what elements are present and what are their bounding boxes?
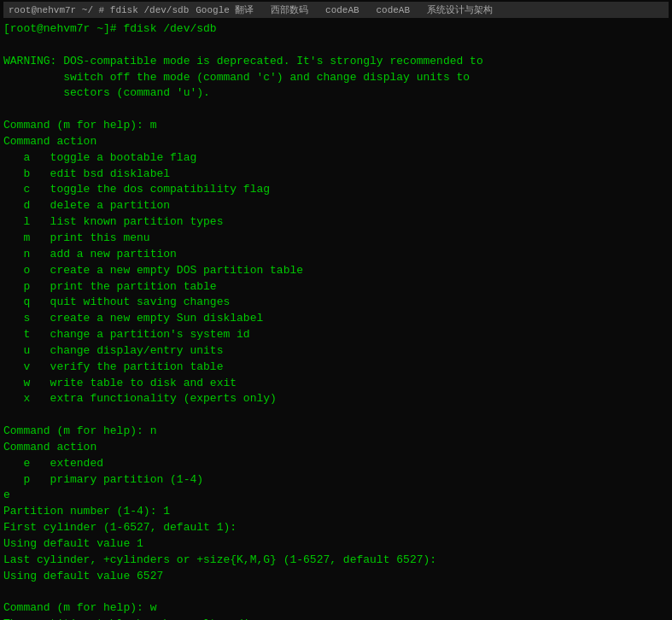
terminal-line: sectors (command 'u'). <box>3 85 669 102</box>
terminal-line: WARNING: DOS-compatible mode is deprecat… <box>3 54 669 70</box>
terminal-line: q quit without saving changes <box>3 295 669 311</box>
terminal-line: p primary partition (1-4) <box>3 472 669 488</box>
terminal-line <box>3 407 669 424</box>
browser-bar: root@nehvm7r ~/ # fdisk /dev/sdb Google … <box>3 2 669 18</box>
terminal-line: m print this menu <box>3 231 669 247</box>
terminal-line: Last cylinder, +cylinders or +size{K,M,G… <box>3 553 669 569</box>
terminal-line <box>3 102 669 118</box>
terminal-line: v verify the partition table <box>3 360 669 376</box>
terminal-line: Using default value 1 <box>3 536 669 553</box>
terminal-line: e extended <box>3 456 669 472</box>
terminal-line: Using default value 6527 <box>3 569 669 585</box>
terminal-line: b edit bsd disklabel <box>3 167 669 183</box>
terminal-line <box>3 38 669 54</box>
terminal-line: d delete a partition <box>3 198 669 214</box>
terminal-line: a toggle a bootable flag <box>3 150 669 167</box>
terminal-line: The partition table has been altered! <box>3 617 669 620</box>
terminal-line: Command action <box>3 440 669 456</box>
terminal-line: t change a partition's system id <box>3 327 669 343</box>
terminal-line: c toggle the dos compatibility flag <box>3 182 669 198</box>
terminal-line: Command (m for help): m <box>3 118 669 134</box>
terminal-line <box>3 585 669 601</box>
terminal-line: switch off the mode (command 'c') and ch… <box>3 70 669 86</box>
browser-tab: root@nehvm7r ~/ # fdisk /dev/sdb <box>9 5 189 15</box>
terminal-line: o create a new empty DOS partition table <box>3 263 669 279</box>
terminal-line: u change display/entry units <box>3 343 669 360</box>
terminal-line: Command (m for help): n <box>3 424 669 440</box>
terminal-line: l list known partition types <box>3 214 669 231</box>
browser-links: Google 翻译 西部数码 codeAB codeAB 系统设计与架构 <box>196 3 493 16</box>
terminal-line: First cylinder (1-6527, default 1): <box>3 520 669 536</box>
terminal-line: s create a new empty Sun disklabel <box>3 311 669 327</box>
terminal-line: Command (m for help): w <box>3 600 669 617</box>
terminal-line: n add a new partition <box>3 247 669 263</box>
terminal-line: x extra functionality (experts only) <box>3 391 669 407</box>
terminal-window: root@nehvm7r ~/ # fdisk /dev/sdb Google … <box>0 0 672 620</box>
terminal-line: w write table to disk and exit <box>3 376 669 392</box>
terminal-content: [root@nehvm7r ~]# fdisk /dev/sdb WARNING… <box>3 21 669 620</box>
terminal-line: e <box>3 488 669 504</box>
terminal-line: p print the partition table <box>3 279 669 295</box>
terminal-line: [root@nehvm7r ~]# fdisk /dev/sdb <box>3 21 669 38</box>
terminal-line: Partition number (1-4): 1 <box>3 504 669 520</box>
terminal-line: Command action <box>3 134 669 150</box>
